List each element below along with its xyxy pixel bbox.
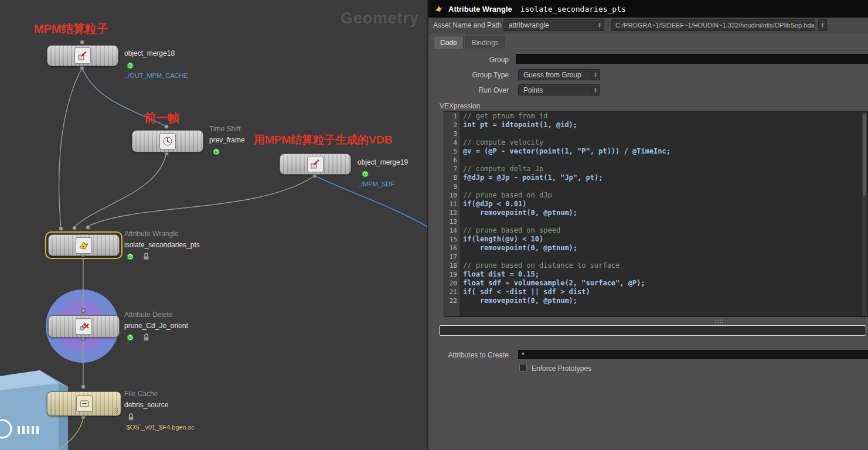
node-name-label: object_merge19 <box>358 158 408 166</box>
attributes-to-create-label: Attributes to Create <box>433 351 509 359</box>
wire-merge19-to-wrangle[interactable] <box>88 176 315 226</box>
object-merge-icon <box>307 156 324 172</box>
vex-code-editor[interactable]: 1// get ptnum from id2int pt = idtopoint… <box>444 111 868 317</box>
lock-badge[interactable] <box>127 412 135 421</box>
editor-scrollbar[interactable] <box>862 112 867 316</box>
enforce-prototypes-label: Enforce Prototypes <box>532 364 591 373</box>
time-dependent-badge[interactable] <box>126 333 134 342</box>
tab-bindings[interactable]: Bindings <box>465 36 505 49</box>
annotation-mpm-particles: MPM结算粒子 <box>34 21 108 37</box>
connector-dot[interactable] <box>80 66 84 70</box>
asset-type-value: attribwrangle <box>509 21 595 29</box>
scrollbar-thumb[interactable] <box>863 114 866 196</box>
lock-badge[interactable] <box>142 252 150 261</box>
wire-timeshift-to-wrangle[interactable] <box>74 154 166 227</box>
node-type-label: Attribute Delete <box>124 311 173 319</box>
network-editor-pane[interactable]: Geometry <box>0 0 428 450</box>
group-type-dropdown[interactable]: Guess from Group ▲▼ <box>518 69 600 80</box>
parameter-tabs: Code Bindings <box>428 36 868 49</box>
time-dependent-badge[interactable] <box>361 170 369 178</box>
node-object-merge18[interactable] <box>47 45 118 66</box>
connector-dot[interactable] <box>59 227 63 231</box>
node-wires <box>0 0 428 450</box>
node-name-label: prune_Cd_Je_orient <box>124 322 188 330</box>
timeshift-clock-icon <box>159 133 176 149</box>
asset-type-dropdown[interactable]: attribwrangle ▲▼ <box>503 19 604 31</box>
node-debris-source[interactable] <box>47 391 121 416</box>
spinner-arrows-icon[interactable]: ▲▼ <box>595 20 604 30</box>
attrib-wrangle-icon <box>76 237 92 254</box>
group-type-label: Group Type <box>433 71 509 79</box>
node-type-title: Attribute Wrangle <box>448 5 512 13</box>
node-name-label: debris_source <box>124 401 168 409</box>
spinner-arrows-icon[interactable]: ▲▼ <box>591 85 600 95</box>
annotation-prev-frame: 前一帧 <box>144 110 179 126</box>
spinner-arrows-icon[interactable]: ▲▼ <box>591 70 600 80</box>
node-prune-cd-je-orient[interactable] <box>48 315 120 338</box>
annotation-vdb: 用MPM结算粒子生成的VDB <box>254 132 392 148</box>
node-prev-frame[interactable] <box>132 130 203 152</box>
node-object-merge19[interactable] <box>280 154 351 175</box>
enforce-prototypes-checkbox[interactable] <box>519 364 527 371</box>
node-filepath-label: `$OS`_v01_$F4.bgeo.sc <box>124 424 195 431</box>
file-cache-icon <box>76 396 93 412</box>
attrib-delete-icon <box>76 318 92 335</box>
tab-code[interactable]: Code <box>434 36 464 49</box>
connector-dot[interactable] <box>73 226 77 230</box>
connector-dot[interactable] <box>80 40 84 45</box>
asset-path-spinner[interactable]: ▲▼ <box>818 19 827 31</box>
lock-badge[interactable] <box>142 333 150 342</box>
houdini-window: Geometry <box>0 0 868 450</box>
run-over-dropdown[interactable]: Points ▲▼ <box>518 84 600 96</box>
asset-name-row: Asset Name and Path attribwrangle ▲▼ C:/… <box>428 18 868 33</box>
node-name-field[interactable]: isolate_secondaries_pts <box>520 5 626 13</box>
node-reference-label: ../OUT_MPM_CACHE <box>124 72 188 79</box>
time-dependent-badge[interactable] <box>126 62 134 70</box>
parameter-pane: Attribute Wrangle isolate_secondaries_pt… <box>428 0 868 450</box>
parm-grid-indicator <box>113 408 118 413</box>
node-name-label: prev_frame <box>209 136 245 144</box>
wire-merge18-to-wrangle[interactable] <box>59 68 82 227</box>
connector-dot[interactable] <box>81 385 86 389</box>
asset-name-label: Asset Name and Path <box>433 21 502 29</box>
node-type-label: File Cache <box>124 390 158 398</box>
wire-cache-to-offscreen[interactable] <box>59 417 83 450</box>
group-label: Group <box>433 56 509 64</box>
time-dependent-badge[interactable] <box>126 253 134 261</box>
connector-dot[interactable] <box>81 309 86 313</box>
asset-path-value: C:/PROGRA~1/SIDEEF~1/HOUDIN~1.332/houdin… <box>615 22 815 29</box>
run-over-value: Points <box>523 86 591 94</box>
run-over-label: Run Over <box>433 86 509 94</box>
node-type-label: Attribute Wrangle <box>124 230 179 238</box>
node-reference-label: ../MPM_SDF <box>358 180 394 188</box>
time-dependent-badge[interactable] <box>212 148 220 156</box>
attrib-wrangle-icon <box>434 4 444 13</box>
editor-resize-grip[interactable] <box>714 318 724 323</box>
vexpression-label: VEXpression <box>440 102 480 110</box>
connector-dot[interactable] <box>86 226 90 230</box>
node-name-label: isolate_secondaries_pts <box>124 241 200 249</box>
group-type-value: Guess from Group <box>523 71 591 79</box>
parameter-header: Attribute Wrangle isolate_secondaries_pt… <box>428 0 868 18</box>
node-isolate-secondaries[interactable] <box>48 234 120 256</box>
object-merge-icon <box>74 47 91 64</box>
attributes-to-create-input[interactable]: * <box>518 350 868 359</box>
group-input[interactable] <box>516 54 868 64</box>
vex-code-lines: 1// get ptnum from id2int pt = idtopoint… <box>444 112 867 305</box>
node-type-label: Time Shift <box>209 125 241 133</box>
node-name-label: object_merge18 <box>124 49 175 57</box>
snippet-oneline-field[interactable] <box>439 325 866 336</box>
asset-path-field[interactable]: C:/PROGRA~1/SIDEEF~1/HOUDIN~1.332/houdin… <box>611 19 815 31</box>
